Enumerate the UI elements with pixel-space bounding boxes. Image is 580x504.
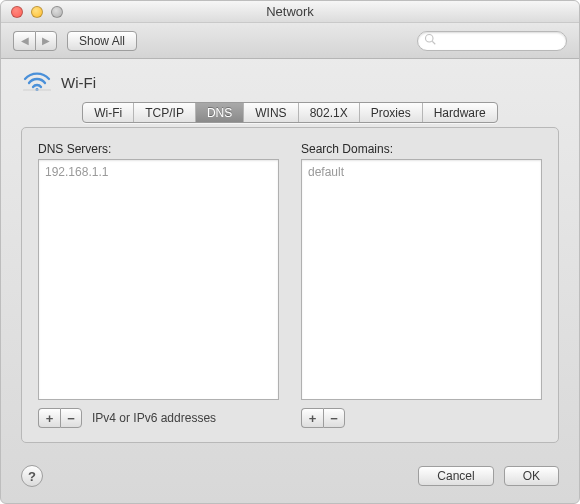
show-all-label: Show All [79, 34, 125, 48]
search-domains-column: Search Domains: default + − [301, 142, 542, 428]
search-field[interactable] [417, 31, 567, 51]
nav-group: ◀ ▶ [13, 31, 57, 51]
dns-servers-list[interactable]: 192.168.1.1 [38, 159, 279, 400]
toolbar: ◀ ▶ Show All [1, 23, 579, 59]
dns-panel: DNS Servers: 192.168.1.1 + − IPv4 or IPv… [21, 127, 559, 443]
list-item[interactable]: 192.168.1.1 [45, 163, 272, 181]
add-server-button[interactable]: + [38, 408, 60, 428]
footer: ? Cancel OK [1, 455, 579, 503]
add-domain-button[interactable]: + [301, 408, 323, 428]
dns-servers-column: DNS Servers: 192.168.1.1 + − IPv4 or IPv… [38, 142, 279, 428]
chevron-left-icon: ◀ [21, 35, 29, 46]
cancel-label: Cancel [437, 469, 474, 483]
chevron-right-icon: ▶ [42, 35, 50, 46]
window-title: Network [1, 4, 579, 19]
search-domains-label: Search Domains: [301, 142, 542, 156]
remove-server-button[interactable]: − [60, 408, 82, 428]
tab-row: Wi-FiTCP/IPDNSWINS802.1XProxiesHardware [1, 102, 579, 123]
minus-icon: − [67, 411, 75, 426]
tabs: Wi-FiTCP/IPDNSWINS802.1XProxiesHardware [82, 102, 497, 123]
ok-label: OK [523, 469, 540, 483]
wifi-icon [23, 71, 51, 94]
svg-line-1 [432, 41, 435, 44]
tab-hardware[interactable]: Hardware [423, 103, 497, 122]
minus-icon: − [330, 411, 338, 426]
search-icon [424, 33, 436, 48]
ok-button[interactable]: OK [504, 466, 559, 486]
section-title: Wi-Fi [61, 74, 96, 91]
tab-dns[interactable]: DNS [196, 103, 244, 122]
cancel-button[interactable]: Cancel [418, 466, 493, 486]
search-input[interactable] [440, 34, 560, 48]
tab-proxies[interactable]: Proxies [360, 103, 423, 122]
minimize-icon[interactable] [31, 6, 43, 18]
help-icon: ? [28, 469, 36, 484]
plus-icon: + [46, 411, 54, 426]
tab-802-1x[interactable]: 802.1X [299, 103, 360, 122]
close-icon[interactable] [11, 6, 23, 18]
search-domains-list[interactable]: default [301, 159, 542, 400]
tab-wi-fi[interactable]: Wi-Fi [83, 103, 134, 122]
dns-servers-controls: + − IPv4 or IPv6 addresses [38, 408, 279, 428]
svg-rect-3 [23, 89, 51, 91]
zoom-icon[interactable] [51, 6, 63, 18]
list-item[interactable]: default [308, 163, 535, 181]
dns-hint: IPv4 or IPv6 addresses [92, 411, 216, 425]
traffic-lights [1, 6, 63, 18]
help-button[interactable]: ? [21, 465, 43, 487]
back-button[interactable]: ◀ [13, 31, 35, 51]
forward-button[interactable]: ▶ [35, 31, 57, 51]
section-header: Wi-Fi [1, 59, 579, 100]
show-all-button[interactable]: Show All [67, 31, 137, 51]
window: Network ◀ ▶ Show All [0, 0, 580, 504]
tab-wins[interactable]: WINS [244, 103, 298, 122]
tab-tcp-ip[interactable]: TCP/IP [134, 103, 196, 122]
plus-icon: + [309, 411, 317, 426]
dns-servers-label: DNS Servers: [38, 142, 279, 156]
remove-domain-button[interactable]: − [323, 408, 345, 428]
titlebar: Network [1, 1, 579, 23]
svg-point-0 [426, 35, 434, 43]
search-domains-controls: + − [301, 408, 542, 428]
